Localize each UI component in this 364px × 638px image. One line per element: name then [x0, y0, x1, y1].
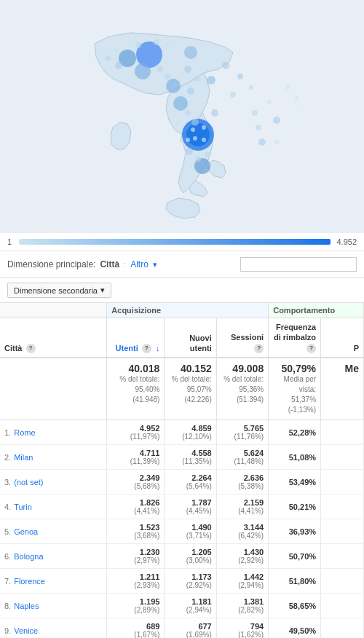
totals-city-cell: [0, 358, 107, 420]
svg-point-27: [115, 62, 122, 69]
sessions-cell-6: 1.442 (2,94%): [216, 569, 268, 594]
sessions-info-icon[interactable]: ?: [254, 344, 264, 353]
svg-point-39: [295, 96, 299, 101]
users-cell-5: 1.230 (2,97%): [107, 544, 165, 569]
legend-gradient: [19, 239, 331, 245]
col-header-city: Città ?: [0, 318, 107, 358]
svg-point-20: [258, 138, 266, 146]
bounce-cell-1: 51,08%: [269, 445, 321, 470]
svg-point-46: [202, 138, 206, 142]
svg-point-38: [285, 85, 290, 90]
new-users-cell-4: 1.490 (3,71%): [165, 519, 216, 544]
totals-sessions: 49.008 % del totale: 95,36% (51.394): [216, 358, 268, 420]
bounce-info-icon[interactable]: ?: [306, 344, 316, 353]
bounce-cell-3: 50,21%: [269, 495, 321, 519]
users-cell-1: 4.711 (11,39%): [107, 445, 165, 470]
bounce-cell-5: 50,70%: [269, 544, 321, 569]
col-header-users[interactable]: Utenti ? ↓: [107, 318, 165, 358]
svg-point-45: [193, 136, 197, 141]
svg-point-19: [256, 125, 261, 130]
users-cell-8: 689 (1,67%): [107, 618, 165, 638]
city-name-link[interactable]: Naples: [14, 602, 39, 610]
city-name-link[interactable]: Venice: [14, 626, 38, 635]
svg-point-9: [184, 46, 197, 59]
users-cell-0: 4.952 (11,97%): [107, 420, 165, 445]
table-row: 6. Bologna 1.230 (2,97%) 1.205 (3,00%) 1…: [0, 544, 364, 569]
city-info-icon[interactable]: ?: [26, 344, 36, 353]
svg-point-47: [186, 138, 190, 142]
col-header-pages[interactable]: P: [321, 318, 364, 358]
table-row: 1. Rome 4.952 (11,97%) 4.859 (12,10%) 5.…: [0, 420, 364, 445]
col-header-bounce[interactable]: Frequenza di rimbalzo ?: [269, 318, 321, 358]
svg-point-30: [165, 74, 170, 79]
dim-other-link[interactable]: Altro: [130, 259, 149, 269]
search-input[interactable]: [240, 257, 357, 272]
city-name-link[interactable]: Turin: [14, 503, 32, 511]
bounce-cell-8: 49,50%: [269, 618, 321, 638]
city-cell-8: 9. Venice: [0, 618, 107, 638]
city-name-link[interactable]: Bologna: [14, 552, 43, 561]
totals-new-users: 40.152 % del totale: 95,07% (42.226): [165, 358, 216, 420]
users-sort-arrow: ↓: [156, 343, 160, 353]
rank-num: 1.: [4, 428, 11, 437]
bounce-cell-2: 53,49%: [269, 470, 321, 495]
city-name-link[interactable]: Florence: [14, 577, 45, 586]
totals-users: 40.018 % del totale: 95,40% (41.948): [107, 358, 165, 420]
data-table: Acquisizione Comportamento Città ? Utent…: [0, 303, 364, 638]
city-cell-1: 2. Milan: [0, 445, 107, 470]
svg-point-7: [173, 96, 188, 111]
pages-cell-1: [321, 445, 364, 470]
city-cell-3: 4. Turin: [0, 495, 107, 519]
city-cell-6: 7. Florence: [0, 569, 107, 594]
sessions-cell-1: 5.624 (11,48%): [216, 445, 268, 470]
city-name-link[interactable]: Rome: [14, 428, 35, 437]
svg-point-36: [195, 156, 201, 162]
svg-point-25: [113, 49, 117, 53]
svg-point-14: [249, 85, 253, 90]
svg-point-21: [274, 140, 279, 144]
new-users-cell-5: 1.205 (3,00%): [165, 544, 216, 569]
svg-point-11: [237, 74, 243, 79]
svg-point-28: [157, 66, 163, 72]
table-row: 3. (not set) 2.349 (5,68%) 2.264 (5,64%)…: [0, 470, 364, 495]
svg-point-41: [290, 111, 293, 114]
svg-point-10: [222, 62, 229, 69]
rank-num: 5.: [4, 527, 11, 536]
col-header-new-users[interactable]: Nuovi utenti: [165, 318, 216, 358]
svg-point-26: [105, 55, 111, 61]
city-cell-7: 8. Naples: [0, 594, 107, 618]
city-name-link[interactable]: Milan: [14, 453, 33, 462]
section-header-row: Acquisizione Comportamento: [0, 303, 364, 318]
rank-num: 7.: [4, 577, 11, 586]
table-row: 5. Genoa 1.523 (3,68%) 1.490 (3,71%) 3.1…: [0, 519, 364, 544]
svg-point-43: [202, 125, 206, 130]
table-row: 7. Florence 1.211 (2,93%) 1.173 (2,92%) …: [0, 569, 364, 594]
svg-point-23: [165, 43, 170, 47]
dimension-controls: Dimensione principale: Città : Altro ▾: [0, 251, 364, 278]
totals-row: 40.018 % del totale: 95,40% (41.948) 40.…: [0, 358, 364, 420]
city-name-link[interactable]: Genoa: [14, 527, 38, 536]
secondary-dimension-button[interactable]: Dimensione secondaria ▾: [7, 283, 111, 298]
pages-cell-4: [321, 519, 364, 544]
pages-cell-0: [321, 420, 364, 445]
svg-point-24: [135, 42, 141, 48]
svg-point-42: [297, 122, 300, 125]
users-cell-6: 1.211 (2,93%): [107, 569, 165, 594]
dim-dropdown-icon[interactable]: ▾: [153, 260, 157, 269]
rank-num: 4.: [4, 503, 11, 511]
users-cell-4: 1.523 (3,68%): [107, 519, 165, 544]
col-header-sessions[interactable]: Sessioni ?: [216, 318, 268, 358]
secondary-dimension-label: Dimensione secondaria: [14, 286, 98, 295]
pages-cell-6: [321, 569, 364, 594]
svg-point-32: [187, 87, 194, 95]
rank-num: 9.: [4, 626, 11, 635]
city-name-link[interactable]: (not set): [14, 478, 43, 487]
users-info-icon[interactable]: ?: [142, 344, 151, 353]
rank-num: 8.: [4, 602, 11, 610]
behavior-section-header: Comportamento: [269, 303, 364, 318]
svg-point-15: [211, 109, 218, 117]
sessions-cell-4: 3.144 (6,42%): [216, 519, 268, 544]
city-cell-5: 6. Bologna: [0, 544, 107, 569]
sessions-cell-2: 2.636 (5,38%): [216, 470, 268, 495]
dim-city-active[interactable]: Città: [100, 259, 119, 269]
